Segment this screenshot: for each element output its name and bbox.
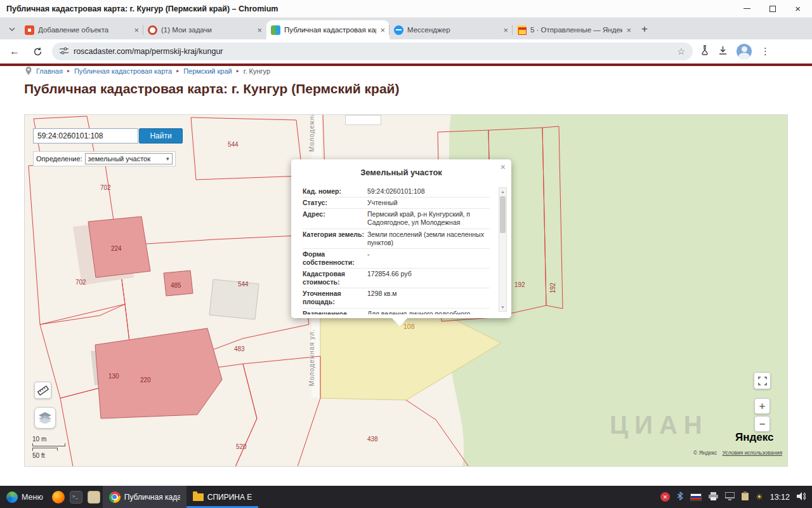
tab-close-icon[interactable]: × — [626, 25, 631, 35]
map-canvas[interactable]: 5447027022244855444831302205204381081921… — [24, 114, 788, 467]
breadcrumb-home[interactable]: Главная — [36, 67, 63, 75]
tab-messenger[interactable]: Мессенджер × — [390, 20, 513, 39]
tab-label: 5 · Отправленные — Яндекс — [530, 26, 622, 34]
site-settings-icon[interactable] — [60, 46, 69, 57]
scroll-down-icon[interactable]: ▼ — [499, 304, 506, 311]
zoom-in-button[interactable]: + — [754, 398, 770, 414]
definition-selected-value: земельный участок — [88, 155, 150, 163]
tab-mail-sent[interactable]: 5 · Отправленные — Яндекс × — [513, 20, 636, 39]
layers-button[interactable] — [34, 407, 56, 429]
tab-search-chevron-icon[interactable] — [4, 21, 20, 37]
parcel-label: 702 — [75, 279, 86, 286]
tab-close-icon[interactable]: × — [134, 25, 139, 35]
parcel-label: 702 — [100, 184, 111, 191]
fullscreen-icon — [758, 377, 767, 385]
row-value: Пермский край, р-н Кунгурский, п Садояго… — [367, 210, 490, 227]
row-value: 1298 кв.м — [367, 290, 490, 306]
zoom-out-button[interactable]: − — [754, 416, 770, 432]
minimize-icon[interactable] — [743, 8, 750, 9]
tab-close-icon[interactable]: × — [380, 25, 385, 35]
scale-metric: 10 m — [32, 436, 65, 443]
task-label: Публичная кадас... — [124, 493, 180, 502]
scroll-up-icon[interactable]: ▲ — [499, 188, 506, 196]
tab-label: Добавление объекта — [38, 26, 130, 34]
parcel-label: 192 — [514, 281, 525, 288]
reload-icon[interactable] — [29, 43, 46, 60]
measure-tool-button[interactable] — [34, 382, 51, 399]
definition-select[interactable]: земельный участок ▾ — [85, 153, 173, 164]
parcel-label: 485 — [171, 282, 181, 289]
table-row: Уточненная площадь: 1298 кв.м — [303, 288, 490, 308]
ruler-icon — [37, 385, 49, 396]
table-row: Кад. номер: 59:24:0260101:108 — [303, 186, 490, 197]
map-pin-icon — [25, 67, 32, 75]
notification-close-icon[interactable]: ✕ — [660, 492, 670, 502]
window-titlebar: Публичная кадастровая карта: г. Кунгур (… — [0, 0, 812, 18]
cian-watermark: ЦИАН — [610, 411, 709, 439]
terminal-launcher-icon[interactable] — [70, 491, 82, 504]
tab-cadastral-map[interactable]: Публичная кадастровая кар × — [266, 20, 390, 39]
menu-label: Меню — [22, 493, 43, 502]
yandex-logo: Яндекс — [735, 431, 773, 444]
experiments-flask-icon[interactable] — [700, 45, 709, 58]
fullscreen-button[interactable] — [754, 372, 771, 389]
definition-control: Определение: земельный участок ▾ — [33, 151, 176, 166]
downloads-icon[interactable] — [718, 46, 728, 58]
breadcrumb: Главная ▸ Публичная кадастровая карта ▸ … — [25, 66, 270, 76]
task-spirina-folder[interactable]: СПИРИНА Е — [187, 486, 259, 508]
scale-bar-imperial — [32, 448, 58, 451]
parcel-label: 544 — [238, 281, 249, 288]
printer-icon[interactable] — [709, 491, 718, 503]
tab-my-tasks[interactable]: (1) Мои задачи × — [143, 20, 266, 39]
system-menu-button[interactable]: Меню — [0, 486, 49, 508]
chevron-down-icon: ▾ — [166, 156, 169, 162]
row-value: 172854.66 руб — [367, 270, 490, 286]
parcel-label: 224 — [111, 245, 122, 252]
display-settings-icon[interactable] — [725, 491, 735, 503]
breadcrumb-region[interactable]: Пермский край — [183, 67, 232, 75]
browser-toolbar: ← roscadaster.com/map/permskij-kraj/kung… — [0, 39, 812, 64]
terms-link[interactable]: Условия использования — [723, 450, 782, 456]
maximize-icon[interactable] — [769, 6, 776, 12]
back-icon[interactable]: ← — [6, 43, 23, 60]
close-icon[interactable]: × — [795, 6, 801, 12]
breadcrumb-map[interactable]: Публичная кадастровая карта — [74, 67, 172, 75]
cadastral-search-input[interactable] — [33, 128, 138, 144]
parcel-label: 520 — [236, 443, 247, 450]
popup-close-icon[interactable]: × — [501, 162, 506, 172]
row-label: Форма собственности: — [303, 250, 367, 267]
keyboard-layout-flag-icon[interactable] — [690, 493, 702, 501]
search-button[interactable]: Найти — [139, 128, 183, 144]
clipboard-icon[interactable] — [742, 491, 749, 503]
scrollbar-thumb[interactable] — [500, 196, 506, 233]
clock: 13:12 — [770, 493, 790, 502]
table-row: Адрес: Пермский край, р-н Кунгурский, п … — [303, 209, 490, 229]
mail-favicon — [517, 25, 527, 35]
new-tab-button[interactable]: + — [636, 20, 653, 38]
bluetooth-icon[interactable] — [677, 491, 683, 503]
row-label: Категория земель: — [303, 231, 367, 247]
url-text[interactable]: roscadaster.com/map/permskij-kraj/kungur — [74, 47, 672, 56]
files-launcher-icon[interactable] — [88, 491, 100, 504]
copyright-text: © Яндекс — [693, 450, 717, 456]
row-label: Статус: — [303, 199, 367, 207]
firefox-launcher-icon[interactable] — [52, 491, 65, 504]
bookmark-star-icon[interactable]: ☆ — [677, 46, 685, 57]
volume-icon[interactable] — [797, 491, 806, 503]
profile-avatar[interactable] — [737, 44, 752, 59]
row-label: Кадастровая стоимость: — [303, 270, 367, 286]
address-bar[interactable]: roscadaster.com/map/permskij-kraj/kungur… — [52, 43, 693, 60]
tab-strip: Добавление объекта × (1) Мои задачи × Пу… — [0, 18, 812, 39]
table-row: Кадастровая стоимость: 172854.66 руб — [303, 269, 490, 288]
tab-add-object[interactable]: Добавление объекта × — [20, 20, 143, 39]
tab-label: Публичная кадастровая кар — [284, 26, 376, 34]
table-row: Форма собственности: - — [303, 249, 490, 269]
table-row: Разрешенное Для ведения личного подсобно… — [303, 309, 490, 315]
street-label-partial: Молодежная ул. — [308, 115, 315, 152]
tab-close-icon[interactable]: × — [503, 25, 508, 35]
task-cadastral-map[interactable]: Публичная кадас... — [103, 486, 187, 508]
brightness-icon[interactable]: ☀ — [756, 492, 763, 502]
tab-close-icon[interactable]: × — [257, 25, 262, 35]
browser-menu-icon[interactable]: ⋮ — [761, 46, 770, 57]
popup-scrollbar[interactable]: ▲ ▼ — [499, 187, 507, 312]
